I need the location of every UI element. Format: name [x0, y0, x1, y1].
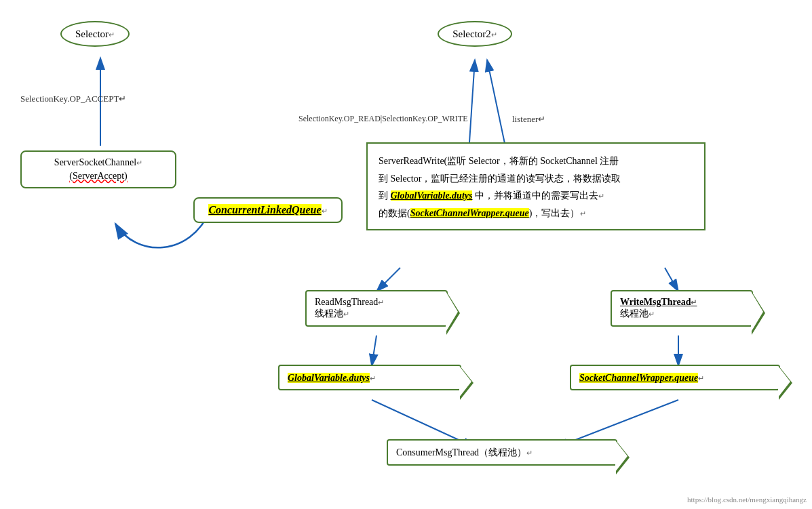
server-socket-channel-rect: ServerSocketChannel↵ (ServerAccept) — [20, 150, 176, 188]
global-variable-node: GlobalVariable.dutys↵ — [278, 365, 461, 399]
watermark: https://blog.csdn.net/mengxiangqihangz — [687, 495, 807, 504]
selection-key-rw-label: SelectionKey.OP_READ|SelectionKey.OP_WRI… — [298, 114, 467, 124]
selector2-ellipse: Selector2↵ — [438, 21, 512, 47]
diagram-container: Selector↵ Selector2↵ SelectionKey.OP_ACC… — [0, 0, 812, 509]
concurrent-linked-queue-rect: ConcurrentLinkedQueue↵ — [193, 197, 343, 223]
svg-line-6 — [665, 268, 678, 291]
read-msg-thread-line2: 线程池↵ — [315, 308, 438, 320]
listener-label: listener↵ — [512, 114, 545, 125]
concurrent-linked-queue-label: ConcurrentLinkedQueue — [208, 204, 321, 216]
server-read-write-node: ServerReadWrite(监听 Selector，将新的 SocketCh… — [366, 142, 705, 268]
selector2-node: Selector2↵ — [421, 14, 529, 54]
read-msg-thread-line1: ReadMsgThread↵ — [315, 297, 438, 308]
server-read-write-text: ServerReadWrite(监听 Selector，将新的 SocketCh… — [379, 156, 621, 218]
global-variable-label: GlobalVariable.dutys — [288, 373, 370, 383]
concurrent-linked-queue-node: ConcurrentLinkedQueue↵ — [193, 193, 343, 227]
consumer-msg-thread-label: ConsumerMsgThread（线程池）↵ — [396, 447, 533, 457]
write-msg-thread-node: WriteMsgThread↵ 线程池↵ — [611, 290, 753, 334]
selector2-label: Selector2 — [452, 28, 491, 39]
svg-line-7 — [372, 335, 376, 366]
server-read-write-rect: ServerReadWrite(监听 Selector，将新的 SocketCh… — [366, 142, 705, 230]
server-socket-channel-line2: (ServerAccept) — [31, 171, 166, 182]
selector-ellipse: Selector↵ — [60, 21, 130, 47]
selection-key-accept-label: SelectionKey.OP_ACCEPT↵ — [20, 94, 126, 104]
selector-label: Selector — [75, 28, 109, 39]
write-msg-thread-line2: 线程池↵ — [620, 308, 743, 320]
socket-channel-wrapper-label: SocketChannelWrapper.queue — [579, 373, 698, 383]
svg-line-5 — [376, 268, 400, 291]
read-msg-thread-node: ReadMsgThread↵ 线程池↵ — [305, 290, 448, 334]
consumer-msg-thread-node: ConsumerMsgThread（线程池）↵ — [387, 439, 617, 473]
server-socket-channel-line1: ServerSocketChannel↵ — [31, 157, 166, 168]
server-socket-channel-node: ServerSocketChannel↵ (ServerAccept) — [20, 139, 176, 200]
write-msg-thread-line1: WriteMsgThread↵ — [620, 297, 743, 308]
socket-channel-wrapper-node: SocketChannelWrapper.queue↵ — [570, 365, 780, 399]
selector-node: Selector↵ — [41, 14, 149, 54]
